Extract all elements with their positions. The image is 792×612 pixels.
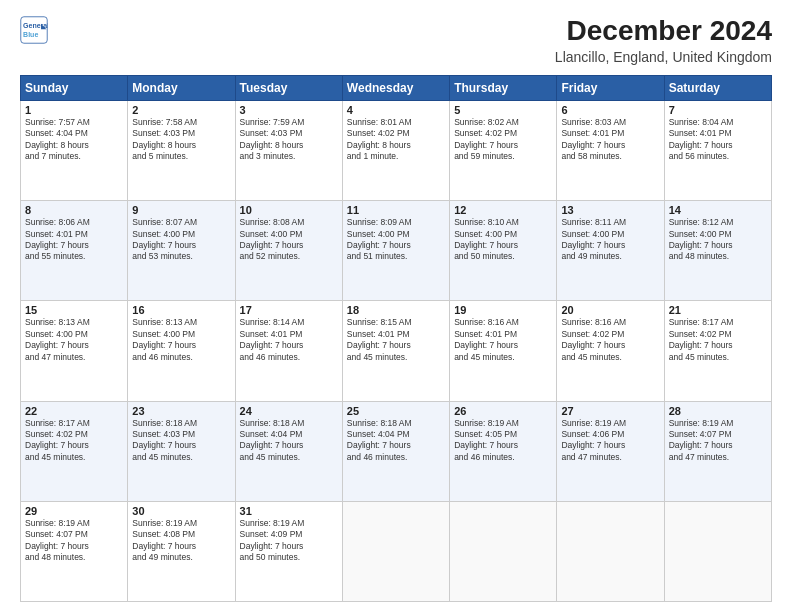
- empty-cell: [664, 501, 771, 601]
- day-number: 21: [669, 304, 767, 316]
- calendar-week-row: 1Sunrise: 7:57 AM Sunset: 4:04 PM Daylig…: [21, 100, 772, 200]
- calendar-day-cell: 13Sunrise: 8:11 AM Sunset: 4:00 PM Dayli…: [557, 201, 664, 301]
- day-info: Sunrise: 7:58 AM Sunset: 4:03 PM Dayligh…: [132, 117, 230, 163]
- day-info: Sunrise: 8:06 AM Sunset: 4:01 PM Dayligh…: [25, 217, 123, 263]
- day-info: Sunrise: 8:19 AM Sunset: 4:05 PM Dayligh…: [454, 418, 552, 464]
- calendar-day-cell: 18Sunrise: 8:15 AM Sunset: 4:01 PM Dayli…: [342, 301, 449, 401]
- calendar-day-cell: 24Sunrise: 8:18 AM Sunset: 4:04 PM Dayli…: [235, 401, 342, 501]
- day-number: 2: [132, 104, 230, 116]
- calendar-day-cell: 11Sunrise: 8:09 AM Sunset: 4:00 PM Dayli…: [342, 201, 449, 301]
- day-info: Sunrise: 8:18 AM Sunset: 4:04 PM Dayligh…: [347, 418, 445, 464]
- calendar-day-cell: 2Sunrise: 7:58 AM Sunset: 4:03 PM Daylig…: [128, 100, 235, 200]
- day-number: 29: [25, 505, 123, 517]
- day-number: 24: [240, 405, 338, 417]
- day-info: Sunrise: 8:12 AM Sunset: 4:00 PM Dayligh…: [669, 217, 767, 263]
- calendar-day-cell: 16Sunrise: 8:13 AM Sunset: 4:00 PM Dayli…: [128, 301, 235, 401]
- day-number: 30: [132, 505, 230, 517]
- calendar-day-cell: 14Sunrise: 8:12 AM Sunset: 4:00 PM Dayli…: [664, 201, 771, 301]
- calendar-day-cell: 25Sunrise: 8:18 AM Sunset: 4:04 PM Dayli…: [342, 401, 449, 501]
- day-number: 1: [25, 104, 123, 116]
- day-info: Sunrise: 8:13 AM Sunset: 4:00 PM Dayligh…: [132, 317, 230, 363]
- calendar-day-cell: 29Sunrise: 8:19 AM Sunset: 4:07 PM Dayli…: [21, 501, 128, 601]
- calendar-day-cell: 5Sunrise: 8:02 AM Sunset: 4:02 PM Daylig…: [450, 100, 557, 200]
- day-header-thursday: Thursday: [450, 75, 557, 100]
- calendar-day-cell: 19Sunrise: 8:16 AM Sunset: 4:01 PM Dayli…: [450, 301, 557, 401]
- day-info: Sunrise: 8:04 AM Sunset: 4:01 PM Dayligh…: [669, 117, 767, 163]
- day-info: Sunrise: 8:18 AM Sunset: 4:04 PM Dayligh…: [240, 418, 338, 464]
- day-number: 10: [240, 204, 338, 216]
- day-info: Sunrise: 8:19 AM Sunset: 4:07 PM Dayligh…: [25, 518, 123, 564]
- calendar-day-cell: 8Sunrise: 8:06 AM Sunset: 4:01 PM Daylig…: [21, 201, 128, 301]
- calendar-day-cell: 3Sunrise: 7:59 AM Sunset: 4:03 PM Daylig…: [235, 100, 342, 200]
- calendar-week-row: 22Sunrise: 8:17 AM Sunset: 4:02 PM Dayli…: [21, 401, 772, 501]
- day-info: Sunrise: 8:07 AM Sunset: 4:00 PM Dayligh…: [132, 217, 230, 263]
- calendar-day-cell: 4Sunrise: 8:01 AM Sunset: 4:02 PM Daylig…: [342, 100, 449, 200]
- day-header-tuesday: Tuesday: [235, 75, 342, 100]
- calendar-day-cell: 20Sunrise: 8:16 AM Sunset: 4:02 PM Dayli…: [557, 301, 664, 401]
- day-number: 14: [669, 204, 767, 216]
- day-info: Sunrise: 8:10 AM Sunset: 4:00 PM Dayligh…: [454, 217, 552, 263]
- day-info: Sunrise: 7:57 AM Sunset: 4:04 PM Dayligh…: [25, 117, 123, 163]
- calendar-day-cell: 28Sunrise: 8:19 AM Sunset: 4:07 PM Dayli…: [664, 401, 771, 501]
- svg-text:Blue: Blue: [23, 31, 38, 38]
- day-number: 9: [132, 204, 230, 216]
- day-header-friday: Friday: [557, 75, 664, 100]
- day-header-sunday: Sunday: [21, 75, 128, 100]
- day-info: Sunrise: 7:59 AM Sunset: 4:03 PM Dayligh…: [240, 117, 338, 163]
- day-number: 13: [561, 204, 659, 216]
- day-info: Sunrise: 8:03 AM Sunset: 4:01 PM Dayligh…: [561, 117, 659, 163]
- day-info: Sunrise: 8:08 AM Sunset: 4:00 PM Dayligh…: [240, 217, 338, 263]
- day-info: Sunrise: 8:01 AM Sunset: 4:02 PM Dayligh…: [347, 117, 445, 163]
- day-number: 25: [347, 405, 445, 417]
- calendar-week-row: 15Sunrise: 8:13 AM Sunset: 4:00 PM Dayli…: [21, 301, 772, 401]
- title-block: December 2024 Llancillo, England, United…: [555, 16, 772, 65]
- day-number: 28: [669, 405, 767, 417]
- day-info: Sunrise: 8:19 AM Sunset: 4:08 PM Dayligh…: [132, 518, 230, 564]
- day-info: Sunrise: 8:18 AM Sunset: 4:03 PM Dayligh…: [132, 418, 230, 464]
- day-number: 20: [561, 304, 659, 316]
- day-header-wednesday: Wednesday: [342, 75, 449, 100]
- calendar-week-row: 29Sunrise: 8:19 AM Sunset: 4:07 PM Dayli…: [21, 501, 772, 601]
- day-number: 6: [561, 104, 659, 116]
- day-info: Sunrise: 8:19 AM Sunset: 4:07 PM Dayligh…: [669, 418, 767, 464]
- empty-cell: [342, 501, 449, 601]
- day-info: Sunrise: 8:17 AM Sunset: 4:02 PM Dayligh…: [669, 317, 767, 363]
- day-info: Sunrise: 8:14 AM Sunset: 4:01 PM Dayligh…: [240, 317, 338, 363]
- day-number: 23: [132, 405, 230, 417]
- day-number: 8: [25, 204, 123, 216]
- day-number: 26: [454, 405, 552, 417]
- day-number: 22: [25, 405, 123, 417]
- day-info: Sunrise: 8:16 AM Sunset: 4:02 PM Dayligh…: [561, 317, 659, 363]
- day-number: 11: [347, 204, 445, 216]
- day-info: Sunrise: 8:19 AM Sunset: 4:06 PM Dayligh…: [561, 418, 659, 464]
- subtitle: Llancillo, England, United Kingdom: [555, 49, 772, 65]
- calendar-day-cell: 12Sunrise: 8:10 AM Sunset: 4:00 PM Dayli…: [450, 201, 557, 301]
- calendar-day-cell: 27Sunrise: 8:19 AM Sunset: 4:06 PM Dayli…: [557, 401, 664, 501]
- day-number: 27: [561, 405, 659, 417]
- calendar-table: SundayMondayTuesdayWednesdayThursdayFrid…: [20, 75, 772, 602]
- day-number: 31: [240, 505, 338, 517]
- day-info: Sunrise: 8:16 AM Sunset: 4:01 PM Dayligh…: [454, 317, 552, 363]
- calendar-day-cell: 6Sunrise: 8:03 AM Sunset: 4:01 PM Daylig…: [557, 100, 664, 200]
- main-title: December 2024: [555, 16, 772, 47]
- day-info: Sunrise: 8:17 AM Sunset: 4:02 PM Dayligh…: [25, 418, 123, 464]
- calendar-day-cell: 15Sunrise: 8:13 AM Sunset: 4:00 PM Dayli…: [21, 301, 128, 401]
- calendar-day-cell: 31Sunrise: 8:19 AM Sunset: 4:09 PM Dayli…: [235, 501, 342, 601]
- calendar-day-cell: 17Sunrise: 8:14 AM Sunset: 4:01 PM Dayli…: [235, 301, 342, 401]
- page: General Blue December 2024 Llancillo, En…: [0, 0, 792, 612]
- calendar-week-row: 8Sunrise: 8:06 AM Sunset: 4:01 PM Daylig…: [21, 201, 772, 301]
- day-number: 5: [454, 104, 552, 116]
- day-number: 19: [454, 304, 552, 316]
- logo: General Blue: [20, 16, 48, 44]
- calendar-day-cell: 7Sunrise: 8:04 AM Sunset: 4:01 PM Daylig…: [664, 100, 771, 200]
- day-number: 18: [347, 304, 445, 316]
- day-number: 17: [240, 304, 338, 316]
- day-number: 4: [347, 104, 445, 116]
- day-header-saturday: Saturday: [664, 75, 771, 100]
- day-number: 12: [454, 204, 552, 216]
- calendar-day-cell: 22Sunrise: 8:17 AM Sunset: 4:02 PM Dayli…: [21, 401, 128, 501]
- day-number: 3: [240, 104, 338, 116]
- empty-cell: [557, 501, 664, 601]
- calendar-day-cell: 30Sunrise: 8:19 AM Sunset: 4:08 PM Dayli…: [128, 501, 235, 601]
- calendar-header-row: SundayMondayTuesdayWednesdayThursdayFrid…: [21, 75, 772, 100]
